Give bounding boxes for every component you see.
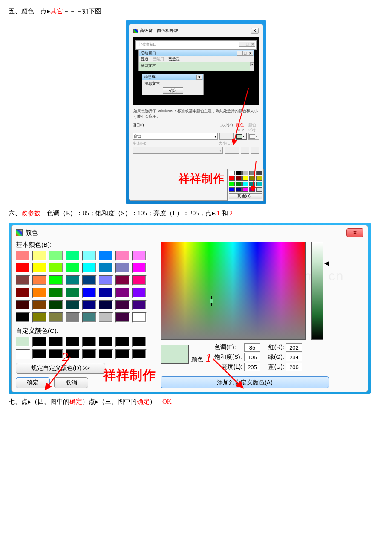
luminance-bar[interactable] bbox=[311, 242, 323, 340]
basic-color-swatch[interactable] bbox=[115, 300, 130, 310]
palette-swatch[interactable] bbox=[242, 187, 248, 192]
basic-color-swatch[interactable] bbox=[99, 288, 113, 298]
basic-color-swatch[interactable] bbox=[49, 288, 63, 298]
green-input[interactable] bbox=[286, 353, 302, 361]
custom-color-swatch[interactable] bbox=[99, 349, 113, 359]
basic-color-swatch[interactable] bbox=[115, 275, 130, 286]
basic-color-swatch[interactable] bbox=[49, 251, 63, 261]
msgbox-ok-button[interactable]: 确定 bbox=[163, 87, 183, 94]
basic-color-swatch[interactable] bbox=[132, 300, 147, 310]
basic-color-swatch[interactable] bbox=[32, 288, 47, 298]
basic-color-swatch[interactable] bbox=[115, 251, 130, 261]
palette-swatch[interactable] bbox=[242, 182, 248, 186]
basic-color-swatch[interactable] bbox=[115, 288, 130, 298]
basic-color-swatch[interactable] bbox=[132, 263, 147, 273]
palette-swatch[interactable] bbox=[236, 187, 242, 192]
basic-color-swatch[interactable] bbox=[99, 263, 113, 273]
basic-color-swatch[interactable] bbox=[49, 275, 63, 286]
palette-swatch[interactable] bbox=[249, 187, 255, 192]
palette-swatch[interactable] bbox=[236, 171, 242, 175]
custom-color-swatch[interactable] bbox=[16, 349, 30, 359]
basic-color-swatch[interactable] bbox=[82, 288, 97, 298]
basic-color-swatch[interactable] bbox=[32, 275, 47, 286]
basic-color-swatch[interactable] bbox=[16, 251, 30, 261]
basic-color-swatch[interactable] bbox=[66, 251, 80, 261]
basic-color-swatch[interactable] bbox=[66, 312, 80, 323]
palette-swatch[interactable] bbox=[256, 187, 262, 192]
custom-color-swatch[interactable] bbox=[49, 337, 63, 347]
basic-color-swatch[interactable] bbox=[82, 300, 97, 310]
close-button[interactable]: ✕ bbox=[346, 228, 363, 237]
hue-input[interactable] bbox=[244, 343, 260, 352]
hue-sat-field[interactable] bbox=[161, 242, 306, 340]
custom-color-swatch[interactable] bbox=[115, 349, 130, 359]
basic-color-swatch[interactable] bbox=[115, 312, 130, 323]
basic-color-swatch[interactable] bbox=[49, 312, 63, 323]
basic-color-swatch[interactable] bbox=[32, 251, 47, 261]
red-input[interactable] bbox=[286, 343, 302, 352]
basic-color-swatch[interactable] bbox=[132, 275, 147, 286]
custom-color-swatch[interactable] bbox=[66, 337, 80, 347]
palette-swatch[interactable] bbox=[236, 176, 242, 181]
basic-color-swatch[interactable] bbox=[66, 288, 80, 298]
palette-swatch[interactable] bbox=[229, 176, 235, 181]
basic-color-swatch[interactable] bbox=[16, 275, 30, 286]
basic-color-swatch[interactable] bbox=[99, 312, 113, 323]
palette-swatch[interactable] bbox=[229, 171, 235, 175]
scrollbar[interactable] bbox=[250, 62, 254, 71]
palette-swatch[interactable] bbox=[249, 182, 255, 186]
palette-swatch[interactable] bbox=[256, 176, 262, 181]
basic-color-swatch[interactable] bbox=[32, 263, 47, 273]
ok-button[interactable]: 确定 bbox=[16, 377, 50, 388]
custom-color-swatch[interactable] bbox=[32, 337, 47, 347]
custom-color-swatch[interactable] bbox=[99, 337, 113, 347]
basic-color-swatch[interactable] bbox=[99, 300, 113, 310]
basic-color-swatch[interactable] bbox=[16, 312, 30, 323]
custom-color-swatch[interactable] bbox=[49, 349, 63, 359]
other-colors-button[interactable]: 其他(O)... bbox=[229, 193, 262, 199]
basic-color-swatch[interactable] bbox=[32, 300, 47, 310]
close-button[interactable]: ✕ bbox=[251, 28, 259, 34]
basic-color-swatch[interactable] bbox=[99, 251, 113, 261]
sat-input[interactable] bbox=[244, 353, 260, 361]
basic-color-swatch[interactable] bbox=[82, 275, 97, 286]
palette-swatch[interactable] bbox=[229, 187, 235, 192]
custom-color-swatch[interactable] bbox=[32, 349, 47, 359]
palette-swatch[interactable] bbox=[249, 171, 255, 175]
basic-color-swatch[interactable] bbox=[66, 275, 80, 286]
basic-color-swatch[interactable] bbox=[49, 263, 63, 273]
basic-color-swatch[interactable] bbox=[49, 300, 63, 310]
basic-color-swatch[interactable] bbox=[16, 288, 30, 298]
color1-button[interactable]: ▾ bbox=[236, 133, 247, 140]
basic-color-swatch[interactable] bbox=[66, 263, 80, 273]
basic-color-swatch[interactable] bbox=[32, 312, 47, 323]
palette-swatch[interactable] bbox=[249, 176, 255, 181]
define-custom-colors-button[interactable]: 规定自定义颜色(D) >> bbox=[16, 363, 105, 374]
add-to-custom-button[interactable]: 添加到自定义颜色(A) bbox=[161, 376, 329, 388]
custom-color-swatch[interactable] bbox=[132, 349, 147, 359]
custom-color-swatch[interactable] bbox=[132, 337, 147, 347]
item-dropdown[interactable]: 窗口 ▾ bbox=[133, 133, 218, 140]
basic-color-swatch[interactable] bbox=[16, 300, 30, 310]
lum-input[interactable] bbox=[244, 363, 260, 371]
basic-color-swatch[interactable] bbox=[132, 251, 147, 261]
blue-input[interactable] bbox=[286, 363, 302, 371]
palette-swatch[interactable] bbox=[229, 182, 235, 186]
custom-color-swatch[interactable] bbox=[115, 337, 130, 347]
palette-swatch[interactable] bbox=[236, 182, 242, 186]
cancel-button[interactable]: 取消 bbox=[54, 377, 88, 388]
palette-swatch[interactable] bbox=[256, 171, 262, 175]
basic-color-swatch[interactable] bbox=[132, 288, 147, 298]
basic-color-swatch[interactable] bbox=[16, 263, 30, 273]
palette-swatch[interactable] bbox=[256, 182, 262, 186]
basic-color-swatch[interactable] bbox=[99, 275, 113, 286]
custom-color-swatch[interactable] bbox=[82, 349, 97, 359]
palette-swatch[interactable] bbox=[242, 171, 248, 175]
custom-color-swatch[interactable] bbox=[82, 337, 97, 347]
basic-color-swatch[interactable] bbox=[82, 263, 97, 273]
basic-color-swatch[interactable] bbox=[132, 312, 147, 323]
basic-color-swatch[interactable] bbox=[82, 251, 97, 261]
basic-color-swatch[interactable] bbox=[115, 263, 130, 273]
palette-swatch[interactable] bbox=[242, 176, 248, 181]
custom-color-swatch[interactable] bbox=[16, 337, 30, 347]
